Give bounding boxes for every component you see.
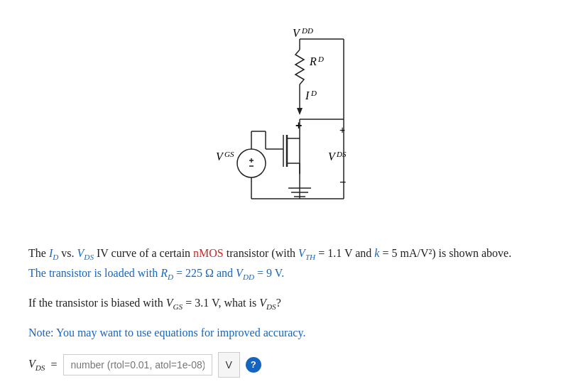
description-paragraph: The ID vs. VDS IV curve of a certain nMO… — [28, 244, 560, 284]
vgs-circle — [237, 149, 266, 177]
rd-label: R — [309, 55, 317, 67]
vds-sub: DS — [336, 150, 347, 158]
vdd-sub: DD — [301, 26, 313, 35]
vds-minus: − — [339, 176, 346, 188]
vgs-sub: GS — [224, 150, 234, 158]
vds-plus: + — [339, 124, 345, 136]
circuit-diagram: V DD R D I D + — [21, 14, 567, 227]
equals-sign: = — [50, 356, 57, 374]
answer-input-row: VDS = V ? — [28, 352, 560, 378]
id-label: I — [305, 89, 310, 102]
rd-sub: D — [317, 55, 324, 63]
answer-input[interactable] — [63, 354, 212, 375]
input-label: VDS — [28, 355, 45, 375]
unit-label: V — [218, 352, 240, 378]
help-icon[interactable]: ? — [246, 357, 261, 373]
id-sub: D — [310, 89, 317, 97]
vds-label: V — [328, 150, 337, 163]
and-text: and — [217, 267, 233, 279]
vdd-label: V — [293, 27, 301, 39]
vgs-label: V — [216, 150, 224, 163]
svg-marker-3 — [297, 108, 303, 115]
note-paragraph: Note: You may want to use equations for … — [28, 324, 560, 342]
question-paragraph: If the transistor is biased with VGS = 3… — [28, 294, 560, 314]
plus-sign: + — [295, 119, 302, 131]
description-section: The ID vs. VDS IV curve of a certain nMO… — [21, 244, 567, 378]
circuit-svg: V DD R D I D + — [173, 21, 415, 227]
